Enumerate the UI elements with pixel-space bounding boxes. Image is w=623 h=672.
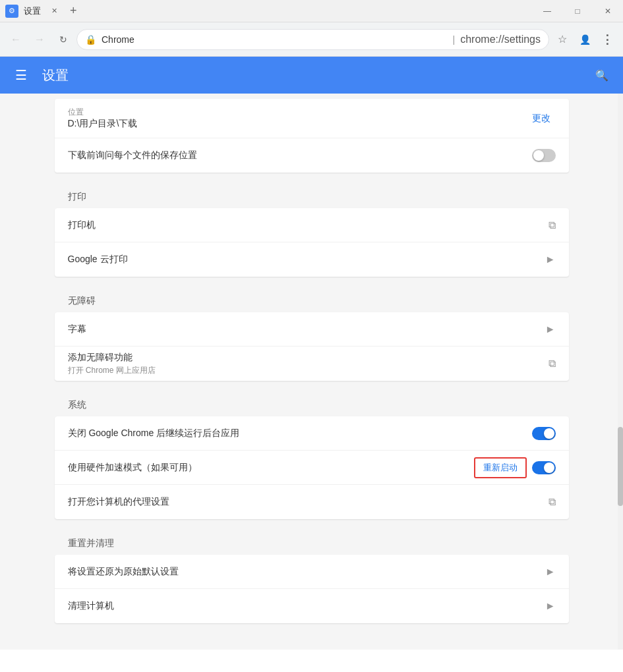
page-title: 设置: [42, 67, 581, 84]
reset-cleanup-action: ►: [545, 600, 556, 612]
download-path-value: D:\用户目录\下载: [68, 118, 527, 130]
external-link-icon-3: ⧉: [549, 496, 556, 508]
menu-button[interactable]: ⋮: [597, 29, 618, 50]
chevron-right-icon-4: ►: [545, 600, 556, 612]
reset-cleanup-row[interactable]: 清理计算机 ►: [55, 589, 569, 623]
reset-defaults-action: ►: [545, 566, 556, 578]
window-titlebar: ⚙ 设置 ✕ + — □ ✕: [0, 0, 623, 22]
minimize-button[interactable]: —: [532, 0, 562, 22]
accessibility-add-text: 添加无障碍功能 打开 Chrome 网上应用店: [68, 352, 549, 376]
system-hardware-action: 重新启动: [474, 457, 556, 478]
settings-inner: 位置 D:\用户目录\下载 更改 下载前询问每个文件的保存位置 打印 打: [42, 99, 582, 642]
system-section: 关闭 Google Chrome 后继续运行后台应用 使用硬件加速模式（如果可用…: [55, 416, 569, 519]
reset-cleanup-title: 清理计算机: [68, 600, 545, 612]
system-hardware-title: 使用硬件加速模式（如果可用）: [68, 462, 474, 474]
ask-location-row[interactable]: 下载前询问每个文件的保存位置: [55, 138, 569, 173]
window-controls: — □ ✕: [532, 0, 623, 22]
reset-defaults-text: 将设置还原为原始默认设置: [68, 566, 545, 578]
download-path-info: 位置 D:\用户目录\下载: [68, 107, 527, 130]
system-background-row[interactable]: 关闭 Google Chrome 后继续运行后台应用: [55, 416, 569, 451]
print-printer-text: 打印机: [68, 219, 549, 231]
bookmark-button[interactable]: ☆: [552, 29, 573, 50]
ask-location-text: 下载前询问每个文件的保存位置: [68, 150, 532, 161]
reset-section: 将设置还原为原始默认设置 ► 清理计算机 ►: [55, 555, 569, 623]
hamburger-icon: ☰: [15, 67, 27, 83]
system-hardware-text: 使用硬件加速模式（如果可用）: [68, 462, 474, 474]
external-link-icon: ⧉: [549, 219, 556, 231]
reset-defaults-title: 将设置还原为原始默认设置: [68, 566, 545, 578]
print-printer-action: ⧉: [549, 219, 556, 231]
hardware-accel-toggle[interactable]: [532, 461, 556, 474]
reset-cleanup-text: 清理计算机: [68, 600, 545, 612]
reload-button[interactable]: ↻: [53, 29, 74, 50]
accessibility-section-heading: 无障碍: [55, 282, 569, 312]
profile-button[interactable]: 👤: [574, 29, 595, 50]
system-proxy-title: 打开您计算机的代理设置: [68, 496, 549, 508]
print-cloud-row[interactable]: Google 云打印 ►: [55, 242, 569, 277]
accessibility-add-title: 添加无障碍功能: [68, 352, 549, 364]
site-security-icon: 🔒: [85, 34, 96, 45]
chevron-right-icon: ►: [545, 254, 556, 266]
accessibility-add-subtitle: 打开 Chrome 网上应用店: [68, 365, 549, 376]
change-location-button[interactable]: 更改: [527, 110, 556, 127]
background-apps-toggle[interactable]: [532, 427, 556, 440]
search-button[interactable]: 🔍: [591, 65, 612, 86]
accessibility-add-action: ⧉: [549, 358, 556, 370]
system-proxy-text: 打开您计算机的代理设置: [68, 496, 549, 508]
accessibility-add-row[interactable]: 添加无障碍功能 打开 Chrome 网上应用店 ⧉: [55, 347, 569, 381]
download-section: 位置 D:\用户目录\下载 更改 下载前询问每个文件的保存位置: [55, 99, 569, 173]
chevron-right-icon-2: ►: [545, 323, 556, 335]
maximize-button[interactable]: □: [562, 0, 593, 22]
hamburger-menu-button[interactable]: ☰: [11, 65, 32, 86]
system-proxy-action: ⧉: [549, 496, 556, 508]
tab-favicon: ⚙: [5, 5, 18, 18]
accessibility-caption-text: 字幕: [68, 323, 545, 335]
accessibility-caption-action: ►: [545, 323, 556, 335]
settings-content: 位置 D:\用户目录\下载 更改 下载前询问每个文件的保存位置 打印 打: [0, 94, 623, 650]
tab-close-btn[interactable]: ✕: [49, 6, 59, 16]
search-icon: 🔍: [595, 69, 608, 82]
system-background-text: 关闭 Google Chrome 后继续运行后台应用: [68, 428, 532, 439]
address-separator: |: [453, 34, 456, 45]
new-tab-button[interactable]: +: [70, 4, 77, 18]
address-url-text: chrome://settings: [460, 34, 541, 45]
forward-button[interactable]: →: [29, 29, 50, 50]
download-path-row: 位置 D:\用户目录\下载 更改: [55, 99, 569, 138]
download-location-label: 位置: [68, 107, 527, 118]
system-background-action: [532, 427, 556, 440]
scrollbar-thumb[interactable]: [618, 427, 623, 506]
address-input[interactable]: 🔒 Chrome | chrome://settings: [76, 29, 549, 50]
accessibility-caption-title: 字幕: [68, 323, 545, 335]
external-link-icon-2: ⧉: [549, 358, 556, 370]
system-background-title: 关闭 Google Chrome 后继续运行后台应用: [68, 428, 532, 439]
scrollbar-track[interactable]: [618, 94, 623, 650]
ask-location-action: [532, 149, 556, 162]
chevron-right-icon-3: ►: [545, 566, 556, 578]
address-bar: ← → ↻ 🔒 Chrome | chrome://settings ☆ 👤 ⋮: [0, 22, 623, 57]
address-chrome-text: Chrome: [102, 34, 448, 45]
accessibility-section: 字幕 ► 添加无障碍功能 打开 Chrome 网上应用店 ⧉: [55, 312, 569, 381]
print-cloud-text: Google 云打印: [68, 254, 545, 266]
accessibility-caption-row[interactable]: 字幕 ►: [55, 312, 569, 347]
ask-location-title: 下载前询问每个文件的保存位置: [68, 150, 532, 161]
system-section-heading: 系统: [55, 386, 569, 416]
reset-defaults-row[interactable]: 将设置还原为原始默认设置 ►: [55, 555, 569, 589]
tab-title-text: 设置: [24, 5, 41, 17]
close-button[interactable]: ✕: [593, 0, 623, 22]
ask-location-toggle[interactable]: [532, 149, 556, 162]
print-section-heading: 打印: [55, 178, 569, 208]
print-cloud-title: Google 云打印: [68, 254, 545, 266]
system-hardware-row[interactable]: 使用硬件加速模式（如果可用） 重新启动: [55, 451, 569, 485]
restart-button[interactable]: 重新启动: [474, 457, 527, 478]
back-button[interactable]: ←: [5, 29, 26, 50]
print-printer-row[interactable]: 打印机 ⧉: [55, 208, 569, 242]
app-header: ☰ 设置 🔍: [0, 57, 623, 94]
system-proxy-row[interactable]: 打开您计算机的代理设置 ⧉: [55, 485, 569, 519]
address-bar-actions: ☆ 👤 ⋮: [552, 29, 618, 50]
print-printer-title: 打印机: [68, 219, 549, 231]
reset-section-heading: 重置并清理: [55, 524, 569, 555]
print-section: 打印机 ⧉ Google 云打印 ►: [55, 208, 569, 277]
print-cloud-action: ►: [545, 254, 556, 266]
